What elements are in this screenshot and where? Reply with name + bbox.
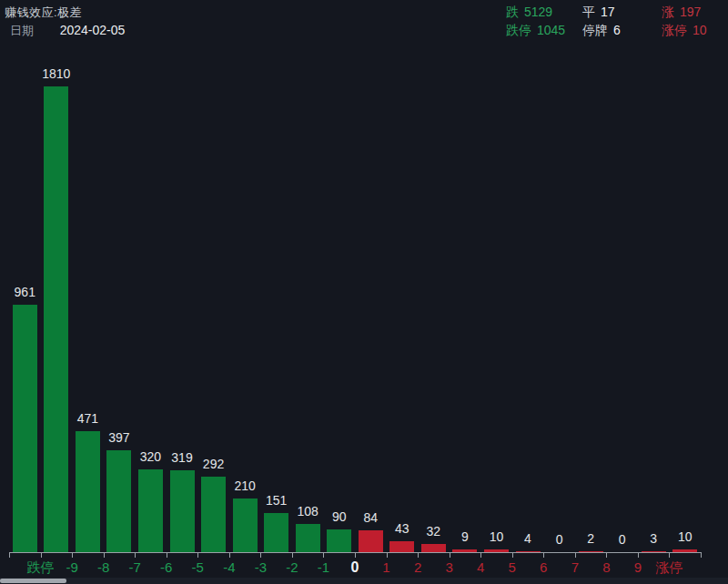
axis-tick	[606, 552, 607, 558]
bar	[76, 431, 100, 552]
stat-label: 平	[582, 5, 595, 19]
x-axis-label-7: 7	[571, 559, 579, 575]
x-axis-label--8: -8	[97, 559, 109, 575]
bar-value-label: 961	[15, 285, 35, 299]
axis-tick	[669, 552, 670, 558]
bar	[170, 470, 195, 552]
bar-value-label: 151	[266, 493, 287, 508]
axis-tick	[9, 552, 10, 558]
bar-value-label: 32	[427, 524, 441, 539]
x-axis-label-涨停: 涨停	[655, 559, 682, 577]
x-axis-label--3: -3	[255, 559, 267, 575]
axis-tick	[323, 552, 324, 558]
axis-tick	[135, 552, 136, 558]
bar-value-label: 10	[490, 529, 504, 544]
x-axis-label-3: 3	[445, 559, 452, 575]
bar-value-label: 4	[524, 531, 531, 546]
bar	[264, 513, 288, 552]
x-axis-label-1: 1	[382, 559, 389, 575]
bar	[327, 529, 351, 552]
bar-value-label: 397	[108, 430, 129, 445]
stats-column: 跌5129跌停1045	[506, 3, 565, 39]
bar-value-label: 292	[203, 457, 224, 471]
axis-tick	[512, 552, 513, 558]
bar-value-label: 0	[619, 532, 626, 547]
axis-tick	[260, 552, 261, 558]
stat-value: 10	[693, 23, 707, 37]
stat-value: 197	[680, 5, 701, 19]
x-axis-label-8: 8	[602, 559, 610, 575]
horizontal-scrollbar-track[interactable]	[0, 578, 728, 584]
date-row: 日期 2024-02-05	[10, 23, 125, 39]
axis-tick	[292, 552, 293, 558]
axis-tick	[480, 552, 481, 558]
stats-column: 平17停牌6	[582, 3, 621, 39]
sentiment-title: 赚钱效应:极差	[5, 5, 82, 21]
axis-tick	[543, 552, 544, 558]
axis-tick	[701, 552, 702, 558]
bar	[389, 541, 414, 552]
axis-tick	[575, 552, 576, 558]
stat-value: 17	[601, 5, 615, 19]
axis-tick	[72, 552, 73, 558]
stat-label: 跌	[506, 5, 519, 19]
stats-column: 涨197涨停10	[662, 3, 707, 39]
bar	[106, 450, 131, 552]
x-axis-label--1: -1	[318, 559, 329, 575]
x-axis-label-0: 0	[351, 559, 359, 576]
x-axis-label--2: -2	[286, 559, 298, 575]
bar	[201, 477, 226, 552]
date-label: 日期	[10, 24, 34, 37]
bar-value-label: 10	[678, 529, 693, 544]
bar-value-label: 43	[395, 521, 410, 536]
stat-label: 涨	[662, 5, 674, 19]
bar	[13, 305, 37, 552]
x-axis-label-跌停: 跌停	[27, 559, 55, 577]
x-axis-label-5: 5	[509, 559, 516, 575]
axis-tick	[450, 552, 450, 558]
bar-value-label: 9	[461, 529, 469, 544]
axis-tick	[638, 552, 639, 558]
bar	[233, 498, 258, 552]
bar-value-label: 108	[297, 504, 318, 519]
distribution-chart: 9611810471397320319292210151108908443329…	[9, 86, 701, 552]
horizontal-scrollbar-thumb[interactable]	[0, 579, 66, 583]
bar-value-label: 2	[587, 531, 594, 546]
bar	[359, 530, 383, 552]
x-axis-label--5: -5	[192, 559, 204, 575]
x-axis-label-2: 2	[414, 559, 421, 575]
axis-tick	[418, 552, 419, 558]
market-breadth-panel: 赚钱效应:极差 日期 2024-02-05 跌5129跌停1045平17停牌6涨…	[0, 0, 728, 584]
x-axis-label--9: -9	[66, 559, 77, 575]
axis-tick	[355, 552, 356, 558]
stat-label: 停牌	[582, 23, 608, 37]
bar-value-label: 1810	[42, 66, 70, 81]
bar-value-label: 90	[332, 509, 347, 524]
bar	[44, 86, 68, 552]
stat-value: 6	[613, 23, 621, 37]
stat-涨停: 涨停10	[662, 21, 707, 39]
bar-value-label: 320	[140, 449, 161, 464]
x-axis-label--4: -4	[223, 559, 235, 575]
stat-value: 1045	[537, 23, 565, 37]
stat-label: 跌停	[506, 23, 531, 37]
axis-tick	[167, 552, 167, 558]
axis-tick	[229, 552, 230, 558]
stat-value: 5129	[524, 5, 552, 19]
bar-value-label: 319	[171, 450, 192, 465]
stat-平: 平17	[582, 3, 621, 21]
stat-跌停: 跌停1045	[506, 21, 565, 39]
x-axis-label-4: 4	[477, 559, 484, 575]
stat-停牌: 停牌6	[582, 21, 621, 39]
bar-value-label: 471	[77, 411, 98, 426]
bar-value-label: 84	[363, 510, 378, 525]
stat-label: 涨停	[662, 23, 687, 37]
x-axis-label-6: 6	[540, 559, 547, 575]
bar-value-label: 3	[650, 531, 657, 546]
bar-value-label: 210	[234, 478, 255, 493]
bar-value-label: 0	[556, 532, 563, 547]
x-axis-label--7: -7	[129, 559, 141, 575]
date-value: 2024-02-05	[60, 23, 126, 37]
bar	[421, 544, 446, 552]
x-axis-label--6: -6	[160, 559, 172, 575]
